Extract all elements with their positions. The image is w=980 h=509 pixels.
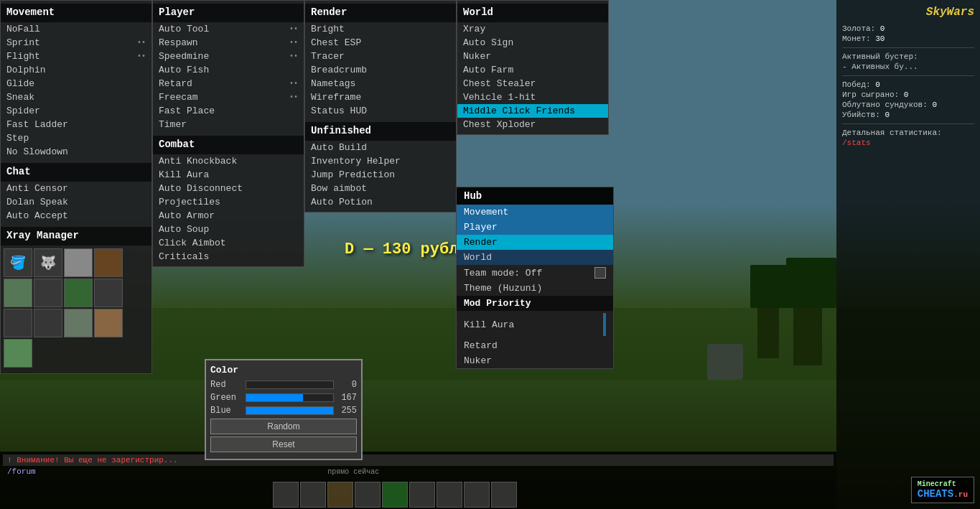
world-chest-stealer[interactable]: Chest Stealer	[457, 77, 608, 90]
world-nuker[interactable]: Nuker	[457, 50, 608, 63]
chat-anti-censor[interactable]: Anti Censor	[1, 182, 151, 195]
hotbar-slot-5[interactable]	[409, 482, 435, 508]
player-respawn[interactable]: Respawn••	[153, 36, 304, 50]
movement-step[interactable]: Step	[1, 131, 151, 145]
inv-slot-7[interactable]	[94, 279, 123, 307]
movement-flight[interactable]: Flight••	[1, 50, 151, 63]
world-auto-sign[interactable]: Auto Sign	[457, 36, 608, 50]
team-mode-checkbox[interactable]	[594, 267, 606, 279]
player-retard[interactable]: Retard••	[153, 77, 304, 90]
render-nametags[interactable]: Nametags	[305, 77, 456, 90]
combat-anti-knockback[interactable]: Anti Knockback	[153, 154, 304, 168]
xray-header: Xray Manager	[1, 227, 151, 246]
color-panel: Color Red 0 Green 167 Blue 255 Random Re…	[205, 359, 363, 460]
hub-theme[interactable]: Theme (Huzuni)	[457, 281, 613, 296]
inv-slot-4[interactable]	[4, 279, 32, 307]
inv-slot-0[interactable]: 🪣	[4, 248, 32, 277]
unfinished-bow-aimbot[interactable]: Bow aimbot	[305, 182, 456, 195]
combat-auto-soup[interactable]: Auto Soup	[153, 223, 304, 236]
unfinished-auto-build[interactable]: Auto Build	[305, 141, 456, 154]
player-fast-place[interactable]: Fast Place	[153, 104, 304, 118]
inv-slot-6[interactable]	[64, 279, 93, 307]
hotbar-slot-6[interactable]	[437, 482, 462, 508]
unfinished-inventory-helper[interactable]: Inventory Helper	[305, 154, 456, 168]
color-reset-button[interactable]: Reset	[210, 436, 357, 452]
inv-slot-2[interactable]	[64, 248, 93, 277]
combat-criticals[interactable]: Criticals	[153, 250, 304, 263]
movement-nofall[interactable]: NoFall	[1, 22, 151, 36]
hotbar-slot-3[interactable]	[355, 482, 381, 508]
hub-mod-priority-header: Mod Priority	[457, 296, 613, 311]
hotbar-slot-1[interactable]	[300, 482, 326, 508]
inv-slot-1[interactable]: 🐺	[34, 248, 62, 277]
hub-mod-nuker[interactable]: Nuker	[457, 353, 613, 368]
chat-header: Chat	[1, 163, 151, 182]
hotbar-slot-2[interactable]	[327, 482, 353, 508]
stats-detailed-label: Детальная статистика:	[842, 129, 974, 137]
inv-slot-8[interactable]	[4, 309, 32, 337]
render-status-hud[interactable]: Status HUD	[305, 104, 456, 118]
player-timer[interactable]: Timer	[153, 118, 304, 131]
world-auto-farm[interactable]: Auto Farm	[457, 63, 608, 77]
inv-slot-9[interactable]	[34, 309, 62, 337]
stats-active-booster-value-row: - Активных бу...	[842, 62, 974, 71]
player-speedmine[interactable]: Speedmine••	[153, 50, 304, 63]
movement-glide[interactable]: Glide	[1, 77, 151, 90]
stats-chests-value: 0	[932, 101, 937, 109]
color-red-label: Red	[210, 380, 243, 390]
movement-no-slowdown[interactable]: No Slowdown	[1, 145, 151, 159]
stats-active-booster-label: Активный бустер:	[842, 52, 918, 61]
render-wireframe[interactable]: Wireframe	[305, 90, 456, 104]
render-chest-esp[interactable]: Chest ESP	[305, 36, 456, 50]
hotbar-slot-8[interactable]	[491, 482, 517, 508]
movement-dolphin[interactable]: Dolphin	[1, 63, 151, 77]
hub-mod-retard[interactable]: Retard	[457, 338, 613, 353]
chat-bar: ! Внимание! Вы еще не зарегистрир...	[3, 454, 834, 466]
combat-kill-aura[interactable]: Kill Aura	[153, 168, 304, 182]
chat-auto-accept[interactable]: Auto Accept	[1, 209, 151, 223]
combat-auto-disconnect[interactable]: Auto Disconnect	[153, 182, 304, 195]
combat-projectiles[interactable]: Projectiles	[153, 195, 304, 209]
movement-sneak[interactable]: Sneak	[1, 90, 151, 104]
stats-active-booster-value: - Активных бу...	[842, 62, 918, 71]
combat-auto-armor[interactable]: Auto Armor	[153, 209, 304, 223]
hub-team-mode[interactable]: Team mode: Off	[457, 265, 613, 281]
render-breadcrumb[interactable]: Breadcrumb	[305, 63, 456, 77]
inv-slot-5[interactable]	[34, 279, 62, 307]
inv-slot-11[interactable]	[94, 309, 123, 337]
player-auto-tool[interactable]: Auto Tool••	[153, 22, 304, 36]
stats-games-label: Игр сыграно:	[842, 90, 899, 99]
inv-slot-3[interactable]	[94, 248, 123, 277]
inv-slot-12[interactable]	[4, 339, 32, 368]
hub-mod-kill-aura[interactable]: Kill Aura	[457, 311, 613, 338]
inv-slot-10[interactable]	[64, 309, 93, 337]
world-middle-click-friends[interactable]: Middle Click Friends	[457, 104, 608, 118]
movement-fast-ladder[interactable]: Fast Ladder	[1, 118, 151, 131]
player-freecam[interactable]: Freecam••	[153, 90, 304, 104]
color-red-slider[interactable]	[246, 380, 334, 389]
hub-render[interactable]: Render	[457, 235, 613, 250]
render-bright[interactable]: Bright	[305, 22, 456, 36]
hub-player[interactable]: Player	[457, 220, 613, 235]
stats-cmd-row: /stats	[842, 139, 974, 147]
combat-click-aimbot[interactable]: Click Aimbot	[153, 236, 304, 250]
hotbar-slot-4[interactable]	[382, 482, 408, 508]
movement-sprint[interactable]: Sprint••	[1, 36, 151, 50]
unfinished-jump-prediction[interactable]: Jump Prediction	[305, 168, 456, 182]
hotbar-slot-0[interactable]	[273, 482, 299, 508]
world-xray[interactable]: Xray	[457, 22, 608, 36]
hub-world[interactable]: World	[457, 250, 613, 265]
hub-movement[interactable]: Movement	[457, 205, 613, 220]
unfinished-auto-potion[interactable]: Auto Potion	[305, 195, 456, 209]
player-auto-fish[interactable]: Auto Fish	[153, 63, 304, 77]
hotbar-slot-7[interactable]	[464, 482, 490, 508]
world-chest-xploder[interactable]: Chest Xploder	[457, 118, 608, 131]
color-green-slider[interactable]	[246, 393, 334, 402]
render-tracer[interactable]: Tracer	[305, 50, 456, 63]
color-blue-slider[interactable]	[246, 406, 334, 415]
color-random-button[interactable]: Random	[210, 419, 357, 434]
unfinished-header: Unfinished	[305, 122, 456, 141]
world-vehicle-1-hit[interactable]: Vehicle 1-hit	[457, 90, 608, 104]
chat-dolan-speak[interactable]: Dolan Speak	[1, 195, 151, 209]
movement-spider[interactable]: Spider	[1, 104, 151, 118]
